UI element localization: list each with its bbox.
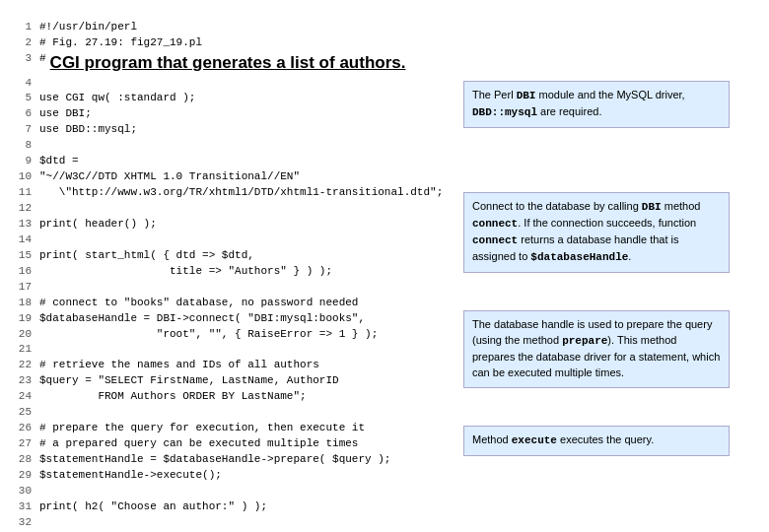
code-text: # retrieve the names and IDs of all auth… <box>39 358 319 373</box>
line-number: 10 <box>10 169 32 185</box>
line-number: 17 <box>10 280 32 296</box>
code-text: "~//W3C//DTD XHTML 1.0 Transitional//EN" <box>39 169 300 185</box>
code-line-1: 1#!/usr/bin/perl <box>10 20 463 35</box>
line-number: 21 <box>10 342 32 358</box>
line-number: 25 <box>10 405 32 421</box>
code-text: print( header() ); <box>39 217 157 233</box>
line-number: 11 <box>10 185 32 201</box>
line-number: 7 <box>10 122 32 138</box>
line-number: 22 <box>10 358 32 373</box>
code-text: $dtd = <box>39 154 79 169</box>
line-number: 8 <box>10 138 32 154</box>
code-line-6: 6use DBI; <box>10 106 463 122</box>
line-number: 2 <box>10 35 32 51</box>
code-line-3: 3#CGI program that generates a list of a… <box>10 51 463 76</box>
page-heading: CGI program that generates a list of aut… <box>50 51 406 76</box>
code-text: $databaseHandle = DBI->connect( "DBI:mys… <box>39 311 365 327</box>
line-number: 30 <box>10 484 32 499</box>
code-line-18: 18# connect to "books" database, no pass… <box>10 296 463 311</box>
line-number: 13 <box>10 217 32 233</box>
code-line-31: 31print( h2( "Choose an author:" ) ); <box>10 499 463 515</box>
code-text: title => "Authors" } ) ); <box>39 264 332 280</box>
code-text: use CGI qw( :standard ); <box>39 91 195 106</box>
line-number: 19 <box>10 311 32 327</box>
line-number: 3 <box>10 51 32 67</box>
line-number: 9 <box>10 154 32 169</box>
heading-hash: # <box>39 51 46 67</box>
code-text: # connect to "books" database, no passwo… <box>39 296 358 311</box>
code-line-5: 5use CGI qw( :standard ); <box>10 91 463 106</box>
line-number: 16 <box>10 264 32 280</box>
code-line-16: 16 title => "Authors" } ) ); <box>10 264 463 280</box>
code-text: use DBD::mysql; <box>39 122 137 138</box>
line-number: 27 <box>10 436 32 452</box>
code-line-21: 21 <box>10 342 463 358</box>
code-line-9: 9$dtd = <box>10 154 463 169</box>
code-line-26: 26# prepare the query for execution, the… <box>10 421 463 436</box>
code-line-22: 22# retrieve the names and IDs of all au… <box>10 358 463 373</box>
callout-1: The Perl DBI module and the MySQL driver… <box>463 81 730 128</box>
line-number: 31 <box>10 499 32 515</box>
annotations-panel: The Perl DBI module and the MySQL driver… <box>463 20 759 532</box>
code-line-7: 7use DBD::mysql; <box>10 122 463 138</box>
line-number: 28 <box>10 452 32 468</box>
line-number: 5 <box>10 91 32 106</box>
code-line-20: 20 "root", "", { RaiseError => 1 } ); <box>10 327 463 343</box>
callout-2: Connect to the database by calling DBI m… <box>463 192 730 273</box>
code-text: $statementHandle = $databaseHandle->prep… <box>39 452 390 468</box>
code-text: # prepare the query for execution, then … <box>39 421 365 436</box>
code-line-27: 27# a prepared query can be executed mul… <box>10 436 463 452</box>
code-text: \"http://www.w3.org/TR/xhtml1/DTD/xhtml1… <box>39 185 443 201</box>
code-line-4: 4 <box>10 76 463 92</box>
code-line-23: 23$query = "SELECT FirstName, LastName, … <box>10 373 463 389</box>
callout-4: Method execute executes the query. <box>463 426 730 456</box>
code-text: $query = "SELECT FirstName, LastName, Au… <box>39 373 339 389</box>
line-number: 14 <box>10 233 32 248</box>
code-line-15: 15print( start_html( { dtd => $dtd, <box>10 248 463 264</box>
code-line-29: 29$statementHandle->execute(); <box>10 468 463 484</box>
code-line-28: 28$statementHandle = $databaseHandle->pr… <box>10 452 463 468</box>
page-header <box>0 0 769 20</box>
code-line-19: 19$databaseHandle = DBI->connect( "DBI:m… <box>10 311 463 327</box>
line-number: 15 <box>10 248 32 264</box>
code-line-11: 11 \"http://www.w3.org/TR/xhtml1/DTD/xht… <box>10 185 463 201</box>
code-line-24: 24 FROM Authors ORDER BY LastName"; <box>10 389 463 405</box>
code-line-12: 12 <box>10 201 463 217</box>
code-line-17: 17 <box>10 280 463 296</box>
line-number: 23 <box>10 373 32 389</box>
code-text: print( h2( "Choose an author:" ) ); <box>39 499 267 515</box>
code-text: "root", "", { RaiseError => 1 } ); <box>39 327 378 343</box>
line-number: 24 <box>10 389 32 405</box>
line-number: 1 <box>10 20 32 35</box>
line-number: 18 <box>10 296 32 311</box>
line-number: 32 <box>10 515 32 531</box>
code-text: $statementHandle->execute(); <box>39 468 222 484</box>
line-number: 12 <box>10 201 32 217</box>
code-text: # a prepared query can be executed multi… <box>39 436 358 452</box>
code-text: #!/usr/bin/perl <box>39 20 137 35</box>
code-line-32: 32 <box>10 515 463 531</box>
code-text: use DBI; <box>39 106 92 122</box>
code-text: print( start_html( { dtd => $dtd, <box>39 248 254 264</box>
code-line-30: 30 <box>10 484 463 499</box>
line-number: 29 <box>10 468 32 484</box>
line-number: 6 <box>10 106 32 122</box>
code-line-10: 10"~//W3C//DTD XHTML 1.0 Transitional//E… <box>10 169 463 185</box>
line-number: 26 <box>10 421 32 436</box>
code-line-2: 2# Fig. 27.19: fig27_19.pl <box>10 35 463 51</box>
code-text: FROM Authors ORDER BY LastName"; <box>39 389 307 405</box>
code-block: 1#!/usr/bin/perl2# Fig. 27.19: fig27_19.… <box>10 20 463 532</box>
code-line-25: 25 <box>10 405 463 421</box>
code-line-8: 8 <box>10 138 463 154</box>
code-line-13: 13print( header() ); <box>10 217 463 233</box>
line-number: 20 <box>10 327 32 343</box>
line-number: 4 <box>10 76 32 92</box>
code-text: # Fig. 27.19: fig27_19.pl <box>39 35 202 51</box>
code-line-14: 14 <box>10 233 463 248</box>
callout-3: The database handle is used to prepare t… <box>463 310 730 388</box>
